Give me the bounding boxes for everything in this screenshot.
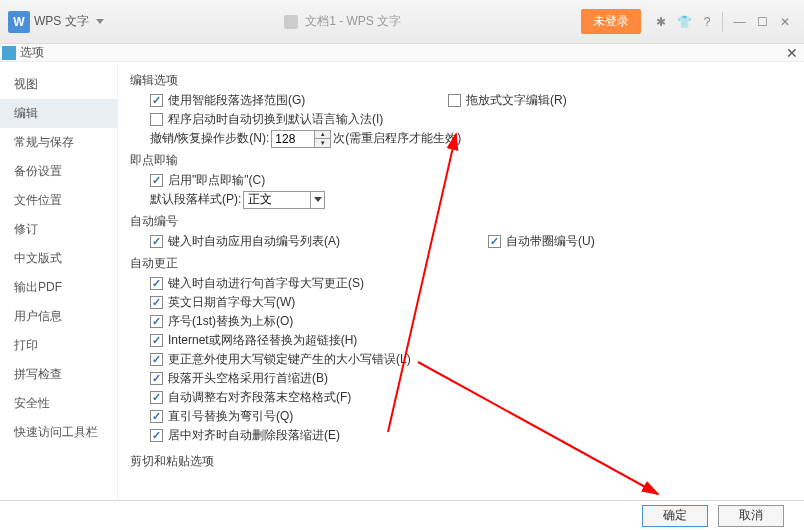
section-auto-correct: 自动更正 — [130, 255, 792, 272]
sidebar-item[interactable]: 安全性 — [0, 389, 117, 418]
checkbox-autocorrect[interactable] — [150, 277, 163, 290]
section-auto-number: 自动编号 — [130, 213, 792, 230]
sidebar-item[interactable]: 文件位置 — [0, 186, 117, 215]
gift-icon[interactable]: ✱ — [650, 11, 672, 33]
section-cut-paste: 剪切和粘贴选项 — [130, 453, 792, 470]
autocorrect-row: 键入时自动进行句首字母大写更正(S) — [150, 274, 792, 293]
shirt-icon[interactable]: 👕 — [673, 11, 695, 33]
checkbox-drag-drop-edit[interactable] — [448, 94, 461, 107]
separator — [722, 12, 723, 32]
label-autocorrect: Internet或网络路径替换为超链接(H) — [168, 332, 357, 349]
autocorrect-row: 居中对齐时自动删除段落缩进(E) — [150, 426, 792, 445]
document-icon — [284, 15, 298, 29]
minimize-button[interactable]: — — [728, 11, 750, 33]
maximize-button[interactable]: ☐ — [751, 11, 773, 33]
checkbox-autocorrect[interactable] — [150, 334, 163, 347]
autocorrect-row: 自动调整右对齐段落末空格格式(F) — [150, 388, 792, 407]
label-autocorrect: 英文日期首字母大写(W) — [168, 294, 295, 311]
caret-down-icon — [96, 19, 104, 24]
sidebar-item[interactable]: 常规与保存 — [0, 128, 117, 157]
sidebar-item[interactable]: 修订 — [0, 215, 117, 244]
sidebar-item[interactable]: 编辑 — [0, 99, 117, 128]
help-icon[interactable]: ? — [696, 11, 718, 33]
spinner-arrows-icon[interactable]: ▲▼ — [315, 130, 331, 148]
label-autocorrect: 直引号替换为弯引号(Q) — [168, 408, 293, 425]
dialog-title: 选项 — [20, 44, 786, 61]
checkbox-enable-click-type[interactable] — [150, 174, 163, 187]
checkbox-autocorrect[interactable] — [150, 372, 163, 385]
label-drag-drop-edit: 拖放式文字编辑(R) — [466, 92, 567, 109]
title-bar: W WPS 文字 文档1 - WPS 文字 未登录 ✱ 👕 ? — ☐ ✕ — [0, 0, 804, 44]
label-smart-paragraph: 使用智能段落选择范围(G) — [168, 92, 305, 109]
ok-button[interactable]: 确定 — [642, 505, 708, 527]
label-autocorrect: 键入时自动进行句首字母大写更正(S) — [168, 275, 364, 292]
sidebar-item[interactable]: 中文版式 — [0, 244, 117, 273]
sidebar-item[interactable]: 快速访问工具栏 — [0, 418, 117, 447]
label-auto-switch-ime: 程序启动时自动切换到默认语言输入法(I) — [168, 111, 383, 128]
sidebar-item[interactable]: 打印 — [0, 331, 117, 360]
document-title-label: 文档1 - WPS 文字 — [305, 14, 401, 28]
label-undo-pre: 撤销/恢复操作步数(N): — [150, 130, 269, 147]
label-undo-post: 次(需重启程序才能生效) — [333, 130, 461, 147]
checkbox-autocorrect[interactable] — [150, 410, 163, 423]
autocorrect-row: Internet或网络路径替换为超链接(H) — [150, 331, 792, 350]
label-autocorrect: 序号(1st)替换为上标(O) — [168, 313, 293, 330]
close-icon[interactable]: ✕ — [786, 45, 798, 61]
sidebar-item[interactable]: 拼写检查 — [0, 360, 117, 389]
app-name-label: WPS 文字 — [34, 14, 89, 28]
checkbox-autocorrect[interactable] — [150, 315, 163, 328]
dialog-header: 选项 ✕ — [0, 44, 804, 62]
section-click-type: 即点即输 — [130, 152, 792, 169]
main-panel: 编辑选项 使用智能段落选择范围(G) 拖放式文字编辑(R) 程序启动时自动切换到… — [118, 62, 804, 500]
autocorrect-row: 更正意外使用大写锁定键产生的大小写错误(L) — [150, 350, 792, 369]
checkbox-auto-number-list[interactable] — [150, 235, 163, 248]
label-autocorrect: 自动调整右对齐段落末空格格式(F) — [168, 389, 351, 406]
checkbox-autocorrect[interactable] — [150, 391, 163, 404]
autocorrect-row: 直引号替换为弯引号(Q) — [150, 407, 792, 426]
sidebar-item[interactable]: 输出PDF — [0, 273, 117, 302]
sidebar-item[interactable]: 视图 — [0, 70, 117, 99]
checkbox-autocorrect[interactable] — [150, 353, 163, 366]
label-autocorrect: 更正意外使用大写锁定键产生的大小写错误(L) — [168, 351, 411, 368]
section-edit-options: 编辑选项 — [130, 72, 792, 89]
checkbox-circled-number[interactable] — [488, 235, 501, 248]
checkbox-auto-switch-ime[interactable] — [150, 113, 163, 126]
cancel-button[interactable]: 取消 — [718, 505, 784, 527]
undo-steps-spinner[interactable]: ▲▼ — [271, 130, 331, 148]
login-button[interactable]: 未登录 — [581, 9, 641, 34]
label-autocorrect: 居中对齐时自动删除段落缩进(E) — [168, 427, 340, 444]
autocorrect-row: 序号(1st)替换为上标(O) — [150, 312, 792, 331]
autocorrect-row: 英文日期首字母大写(W) — [150, 293, 792, 312]
app-name[interactable]: WPS 文字 — [34, 13, 104, 30]
dialog-footer: 确定 取消 — [0, 500, 804, 530]
checkbox-autocorrect[interactable] — [150, 429, 163, 442]
label-autocorrect: 段落开头空格采用行首缩进(B) — [168, 370, 328, 387]
default-style-input[interactable] — [244, 192, 310, 208]
checkbox-smart-paragraph[interactable] — [150, 94, 163, 107]
checkbox-autocorrect[interactable] — [150, 296, 163, 309]
autocorrect-row: 段落开头空格采用行首缩进(B) — [150, 369, 792, 388]
close-window-button[interactable]: ✕ — [774, 11, 796, 33]
label-auto-number-list: 键入时自动应用自动编号列表(A) — [168, 233, 340, 250]
dialog-icon — [2, 46, 16, 60]
dialog-content: 视图编辑常规与保存备份设置文件位置修订中文版式输出PDF用户信息打印拼写检查安全… — [0, 62, 804, 500]
label-circled-number: 自动带圈编号(U) — [506, 233, 595, 250]
app-logo-icon: W — [8, 11, 30, 33]
label-default-style: 默认段落样式(P): — [150, 191, 241, 208]
default-style-select[interactable] — [243, 191, 325, 209]
dropdown-icon[interactable] — [310, 192, 324, 208]
undo-steps-input[interactable] — [271, 130, 315, 148]
sidebar-item[interactable]: 备份设置 — [0, 157, 117, 186]
document-title: 文档1 - WPS 文字 — [104, 13, 581, 30]
sidebar-item[interactable]: 用户信息 — [0, 302, 117, 331]
label-enable-click-type: 启用"即点即输"(C) — [168, 172, 265, 189]
sidebar: 视图编辑常规与保存备份设置文件位置修订中文版式输出PDF用户信息打印拼写检查安全… — [0, 62, 118, 500]
